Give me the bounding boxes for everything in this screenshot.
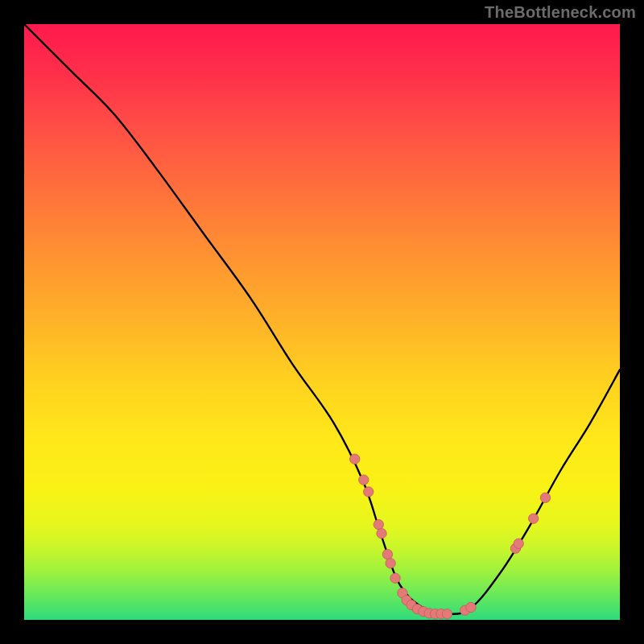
curve-markers bbox=[350, 454, 551, 619]
curve-marker bbox=[382, 549, 392, 559]
bottleneck-curve bbox=[24, 24, 620, 614]
curve-marker bbox=[377, 529, 386, 539]
curve-marker bbox=[390, 573, 400, 583]
chart-svg bbox=[24, 24, 620, 620]
curve-marker bbox=[514, 539, 523, 548]
watermark-text: TheBottleneck.com bbox=[485, 3, 636, 22]
curve-marker bbox=[540, 493, 550, 502]
curve-marker bbox=[386, 559, 395, 568]
curve-marker bbox=[359, 475, 369, 485]
curve-marker bbox=[364, 487, 374, 497]
curve-marker bbox=[466, 602, 476, 612]
plot-area bbox=[24, 24, 620, 620]
curve-marker bbox=[350, 454, 360, 464]
curve-marker bbox=[374, 519, 383, 529]
curve-marker bbox=[442, 609, 452, 618]
curve-marker bbox=[529, 514, 539, 523]
